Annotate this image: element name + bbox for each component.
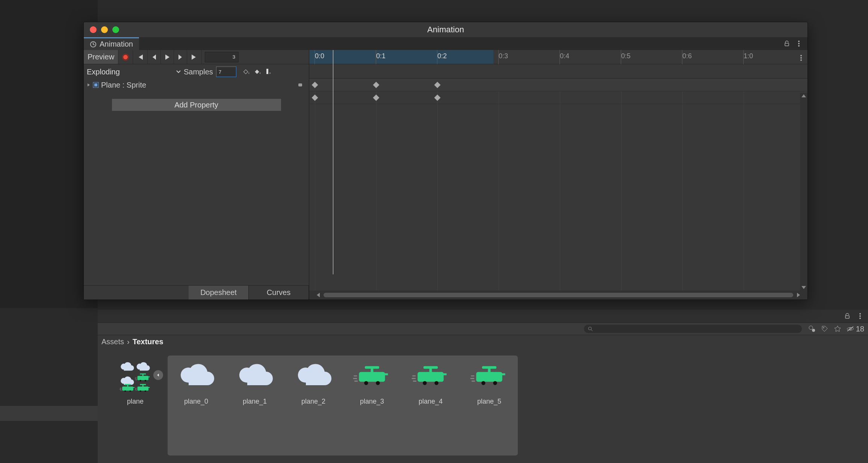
keyframe[interactable]: [434, 94, 441, 101]
samples-input[interactable]: [216, 67, 236, 77]
close-icon[interactable]: [90, 26, 97, 33]
event-track[interactable]: [309, 64, 808, 79]
keyframe[interactable]: [373, 82, 380, 88]
scroll-right-icon[interactable]: [797, 293, 800, 297]
playhead[interactable]: [333, 50, 333, 274]
asset-label: plane_0: [184, 398, 208, 406]
gridline: [682, 79, 683, 291]
asset-thumbnail: [235, 356, 274, 395]
add-property-button[interactable]: Add Property: [112, 99, 281, 111]
preview-button[interactable]: Preview: [84, 50, 118, 64]
asset-label: plane_4: [419, 398, 443, 406]
search-input[interactable]: [584, 325, 802, 333]
svg-text:+: +: [269, 71, 271, 75]
asset-item[interactable]: plane_5: [463, 356, 516, 455]
summary-track[interactable]: [309, 79, 808, 91]
svg-rect-26: [138, 376, 149, 380]
play-button[interactable]: [161, 50, 174, 64]
minimize-icon[interactable]: [101, 26, 108, 33]
svg-rect-16: [845, 316, 849, 318]
property-row-sprite[interactable]: Plane : Sprite: [84, 79, 309, 91]
prev-key-button[interactable]: [148, 50, 161, 64]
asset-label: plane_3: [360, 398, 384, 406]
view-mode-tabs: Dopesheet Curves: [84, 285, 309, 300]
tab-animation[interactable]: Animation: [84, 37, 139, 50]
svg-rect-28: [142, 374, 144, 376]
maximize-icon[interactable]: [112, 26, 119, 33]
ruler-label: 0:1: [376, 52, 386, 60]
event-marker-plus-icon: +: [266, 68, 271, 76]
favorite-icon[interactable]: [833, 325, 842, 333]
asset-item[interactable]: plane_4: [404, 356, 457, 455]
add-event-button[interactable]: +: [264, 68, 272, 76]
scroll-left-icon[interactable]: [317, 293, 320, 297]
last-frame-button[interactable]: [187, 50, 202, 64]
keyframe[interactable]: [312, 94, 318, 101]
record-button[interactable]: [118, 50, 133, 64]
svg-text:+: +: [259, 71, 260, 75]
hidden-count[interactable]: 18: [846, 325, 864, 333]
keyframe-area[interactable]: [309, 79, 808, 291]
kebab-icon[interactable]: [856, 312, 864, 320]
svg-point-31: [145, 380, 146, 381]
keyframe[interactable]: [312, 82, 318, 88]
search-field[interactable]: [595, 326, 798, 332]
assets-grid[interactable]: planeplane_0plane_1plane_2 plane_3 plane…: [98, 348, 868, 463]
keyframe-plus-icon: +: [242, 68, 249, 75]
breadcrumb-root[interactable]: Assets: [101, 337, 124, 346]
svg-point-11: [800, 55, 802, 56]
svg-point-19: [859, 318, 861, 319]
svg-rect-44: [359, 372, 385, 381]
svg-point-12: [800, 57, 802, 59]
gridline: [499, 79, 499, 291]
vertical-scrollbar[interactable]: [800, 93, 808, 291]
tab-curves[interactable]: Curves: [249, 286, 309, 300]
ruler-label: 0:6: [682, 52, 692, 60]
filter-type-icon[interactable]: [808, 325, 816, 333]
svg-rect-52: [429, 368, 432, 372]
svg-rect-59: [501, 373, 505, 375]
svg-point-21: [809, 326, 813, 330]
timeline-options-icon[interactable]: [797, 54, 805, 62]
horizontal-scrollbar[interactable]: [309, 291, 808, 300]
add-keyframe-button[interactable]: +: [242, 68, 250, 76]
svg-point-20: [588, 327, 591, 330]
step-back-icon: [151, 54, 157, 60]
asset-label: plane_5: [477, 398, 501, 406]
kebab-icon[interactable]: [795, 39, 803, 48]
svg-rect-40: [142, 385, 144, 387]
asset-item[interactable]: plane_1: [228, 356, 281, 455]
expand-triangle-icon[interactable]: [153, 370, 163, 380]
add-keyframe-filled-button[interactable]: +: [253, 68, 261, 76]
tab-dopesheet[interactable]: Dopesheet: [189, 286, 249, 300]
window-titlebar[interactable]: Animation: [84, 22, 808, 37]
breadcrumb-current[interactable]: Textures: [133, 337, 163, 346]
first-frame-button[interactable]: [133, 50, 148, 64]
ruler-label: 0:0: [315, 52, 324, 60]
scroll-down-icon[interactable]: [801, 286, 806, 289]
scrollbar-thumb[interactable]: [324, 293, 793, 297]
timeline-ruler[interactable]: 0:00:10:20:30:40:50:61:0: [309, 50, 808, 64]
editor-left-panel: [0, 0, 98, 308]
sprite-track[interactable]: [309, 91, 808, 104]
asset-label: plane_2: [301, 398, 325, 406]
asset-item[interactable]: plane_0: [170, 356, 222, 455]
property-list: Plane : Sprite Add Property: [84, 79, 309, 285]
clip-dropdown[interactable]: Exploding: [87, 68, 181, 76]
svg-rect-41: [148, 387, 150, 388]
ruler-label: 1:0: [744, 52, 753, 60]
expand-arrow-icon: [87, 83, 91, 87]
next-key-button[interactable]: [174, 50, 187, 64]
asset-item[interactable]: plane_3: [346, 356, 398, 455]
unlock-icon[interactable]: [843, 312, 851, 320]
keyframe[interactable]: [373, 94, 380, 101]
scroll-up-icon[interactable]: [801, 94, 806, 97]
asset-item[interactable]: plane: [109, 356, 162, 455]
asset-item[interactable]: plane_2: [287, 356, 340, 455]
unlock-icon[interactable]: [783, 39, 791, 48]
frame-input[interactable]: [205, 52, 239, 62]
filter-label-icon[interactable]: [821, 325, 829, 333]
svg-rect-7: [255, 70, 259, 74]
svg-point-2: [798, 41, 800, 42]
keyframe[interactable]: [434, 82, 441, 88]
